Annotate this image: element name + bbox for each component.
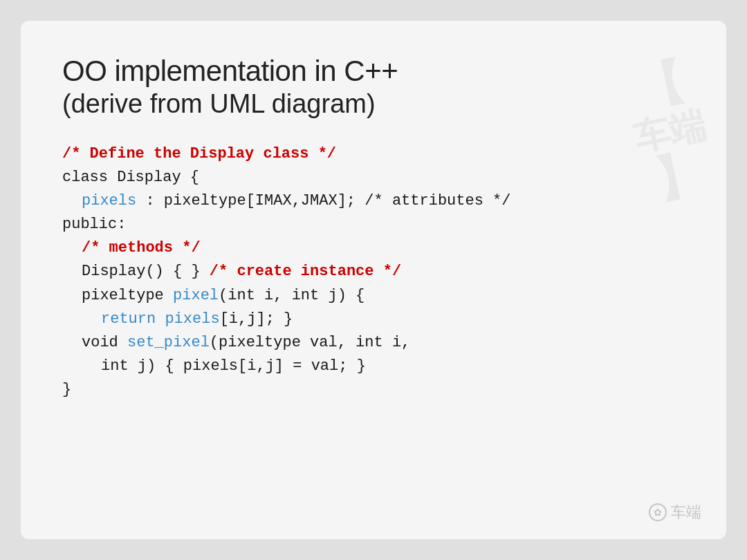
code-text-2: class Display { xyxy=(62,169,199,186)
code-pixels: pixels xyxy=(82,192,136,209)
code-line-7: pixeltype pixel(int i, int j) { xyxy=(82,284,685,308)
title-block: OO implementation in C++ (derive from UM… xyxy=(62,54,685,120)
code-set-pixel: set_pixel xyxy=(127,334,210,351)
code-pixeltype: pixeltype xyxy=(82,287,173,304)
code-line-5: /* methods */ xyxy=(82,236,685,260)
code-return: return pixels xyxy=(101,310,220,328)
code-line-9: void set_pixel(pixeltype val, int i, xyxy=(82,331,685,355)
logo-icon: ✿ xyxy=(649,503,667,521)
code-constructor: Display() { } xyxy=(82,263,210,280)
slide: 【 车端 】 OO implementation in C++ (derive … xyxy=(21,21,726,539)
code-line-4: public: xyxy=(62,213,685,236)
code-comment-1: /* Define the Display class */ xyxy=(62,145,336,162)
code-comment-instance: /* create instance */ xyxy=(210,263,401,280)
slide-title-main: OO implementation in C++ xyxy=(62,54,685,88)
code-public: public: xyxy=(62,216,126,233)
slide-title-sub: (derive from UML diagram) xyxy=(62,88,685,120)
code-set-pixel-args: (pixeltype val, int i, xyxy=(210,334,410,351)
code-line-8: return pixels[i,j]; } xyxy=(101,308,685,331)
code-line-10: int j) { pixels[i,j] = val; } xyxy=(101,355,685,378)
code-line-2: class Display { xyxy=(62,166,685,189)
code-comment-methods: /* methods */ xyxy=(82,239,201,256)
code-void: void xyxy=(82,334,127,351)
code-line-3: pixels : pixeltype[IMAX,JMAX]; /* attrib… xyxy=(82,189,685,213)
code-block: /* Define the Display class */ class Dis… xyxy=(62,142,685,402)
code-return-rest: [i,j]; } xyxy=(220,310,293,328)
code-pixel-args: (int i, int j) { xyxy=(219,287,365,304)
code-close-brace: } xyxy=(62,381,71,398)
code-line-6: Display() { } /* create instance */ xyxy=(82,260,685,283)
logo-bottom-right: ✿ 车端 xyxy=(649,502,701,523)
code-line-1: /* Define the Display class */ xyxy=(62,142,685,166)
code-set-pixel-body: int j) { pixels[i,j] = val; } xyxy=(101,357,366,375)
code-pixel-method: pixel xyxy=(173,287,219,304)
logo-text: 车端 xyxy=(671,502,701,523)
code-text-3: : pixeltype[IMAX,JMAX]; /* attributes */ xyxy=(136,192,510,209)
code-line-11: } xyxy=(62,378,685,402)
